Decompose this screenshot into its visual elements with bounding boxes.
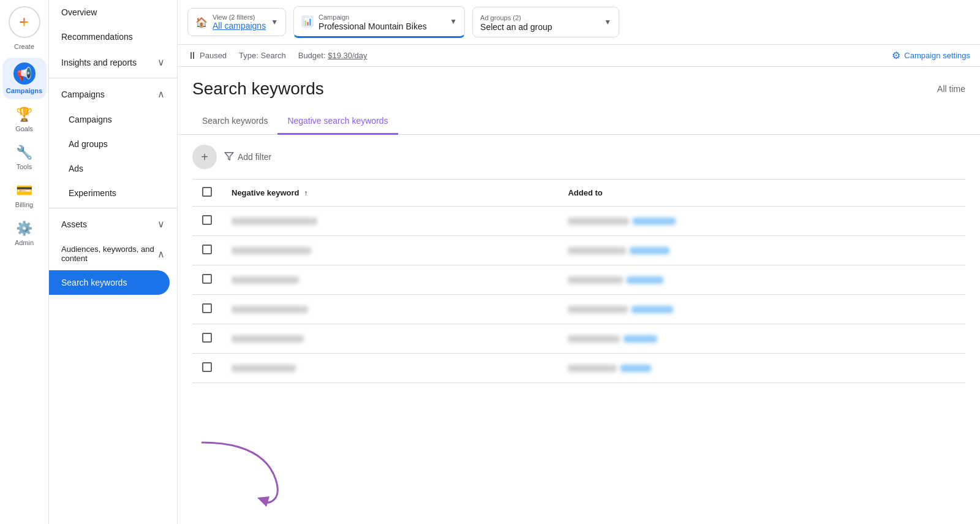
row-checkbox[interactable] [202,215,212,225]
adgroup-dropdown-label: Ad groups (2) [480,14,521,21]
view-filter-dropdown[interactable]: 🏠 View (2 filters) All campaigns ▼ [187,8,286,36]
added-text [568,247,626,254]
billing-rail-label: Billing [15,201,33,208]
sidebar-audiences[interactable]: Audiences, keywords, and content ∧ [49,237,177,270]
type-value: Search [261,51,286,60]
time-filter: All time [937,84,965,94]
row-keyword-cell [222,354,558,383]
adgroup-chevron-icon: ▼ [604,18,611,26]
view-dropdown-label: View (2 filters) [213,13,266,21]
sidebar-recommendations[interactable]: Recommendations [49,25,177,49]
row-checkbox-cell [192,295,222,324]
settings-gear-icon: ⚙ [892,50,900,61]
sub-bar: ⏸ Paused Type: Search Budget: $19.30/day… [178,45,980,67]
type-info: Type: Search [239,51,286,60]
tools-icon: 🔧 [16,145,32,161]
table-toolbar: + Add filter [178,135,980,179]
row-added-cell [558,207,965,236]
th-added-to[interactable]: Added to [558,180,965,207]
row-checkbox[interactable] [202,362,212,372]
added-text [568,306,628,313]
sidebar-overview[interactable]: Overview [49,0,177,25]
sidebar-item-billing[interactable]: 💳 Billing [2,178,47,213]
budget-info: Budget: $19.30/day [298,51,368,60]
sidebar-campaigns-sub[interactable]: Campaigns [49,107,177,132]
tools-rail-label: Tools [17,163,32,170]
sidebar-insights[interactable]: Insights and reports ∨ [49,49,177,75]
sidebar-experiments-sub[interactable]: Experiments [49,181,177,205]
adgroup-dropdown-value: Select an ad group [480,22,552,32]
page-header: Search keywords All time [178,67,980,99]
goals-icon: 🏆 [16,107,32,123]
added-text [568,335,620,343]
tab-search-keywords[interactable]: Search keywords [192,108,277,135]
view-dropdown-value: All campaigns [213,21,266,31]
chevron-down-icon-2: ∨ [157,218,165,230]
table-row [192,354,965,383]
row-keyword-cell [222,207,558,236]
campaign-dropdown-label: Campaign [318,13,349,21]
sidebar: Overview Recommendations Insights and re… [49,0,178,524]
status-text: Paused [200,51,227,60]
adgroup-dropdown-content: Ad groups (2) Select an ad group [480,12,552,32]
page-title: Search keywords [192,79,324,99]
billing-icon: 💳 [16,183,32,199]
sidebar-item-tools[interactable]: 🔧 Tools [2,140,47,175]
chevron-up-icon-2: ∧ [157,248,165,260]
add-button[interactable]: + [192,145,217,169]
admin-icon: ⚙️ [16,221,32,237]
sidebar-item-admin[interactable]: ⚙️ Admin [2,216,47,251]
filter-button[interactable]: Add filter [224,151,271,163]
header-checkbox[interactable] [202,187,212,197]
view-chevron-icon: ▼ [271,18,278,26]
table-header: Negative keyword ↑ Added to [192,180,965,207]
campaign-chevron-icon: ▼ [450,17,457,26]
th-checkbox [192,180,222,207]
row-checkbox-cell [192,207,222,236]
added-text [568,276,623,284]
campaign-dropdown[interactable]: 📊 Campaign Professional Mountain Bikes ▼ [293,6,465,38]
sidebar-item-campaigns[interactable]: 📢 Campaigns [2,58,47,99]
campaign-settings-button[interactable]: ⚙ Campaign settings [892,50,970,61]
row-added-cell [558,295,965,324]
row-checkbox[interactable] [202,303,212,313]
filter-icon [224,151,234,163]
sidebar-ads-sub[interactable]: Ads [49,156,177,181]
table-row [192,265,965,295]
budget-label: Budget: [298,51,326,60]
tab-negative-keywords[interactable]: Negative search keywords [277,108,398,135]
table-row [192,207,965,236]
chevron-up-icon: ∧ [157,88,165,100]
keyword-text [232,276,299,284]
sidebar-assets[interactable]: Assets ∨ [49,211,177,237]
th-keyword[interactable]: Negative keyword ↑ [222,180,558,207]
campaign-icon: 📊 [301,15,314,28]
row-keyword-cell [222,236,558,265]
keyword-text [232,247,311,254]
table-row [192,295,965,324]
house-icon: 🏠 [195,17,208,28]
row-added-cell [558,354,965,383]
added-text [568,218,629,225]
row-added-cell [558,236,965,265]
table-container: Negative keyword ↑ Added to [178,179,980,383]
sidebar-divider [49,78,177,78]
adgroup-dropdown[interactable]: Ad groups (2) Select an ad group ▼ [472,7,619,37]
row-checkbox[interactable] [202,245,212,254]
tabs-container: Search keywords Negative search keywords [178,108,980,135]
row-added-cell [558,265,965,295]
campaign-dropdown-value: Professional Mountain Bikes [318,21,427,31]
budget-value[interactable]: $19.30/day [328,51,367,60]
svg-marker-0 [225,153,233,160]
added-tag [631,306,673,313]
sidebar-campaigns-header[interactable]: Campaigns ∧ [49,81,177,107]
sidebar-search-keywords[interactable]: Search keywords [49,270,170,295]
sidebar-adgroups-sub[interactable]: Ad groups [49,132,177,156]
status-badge: ⏸ Paused [187,50,227,61]
create-button[interactable]: + [9,6,40,38]
row-checkbox-cell [192,236,222,265]
row-checkbox[interactable] [202,274,212,284]
row-checkbox[interactable] [202,333,212,343]
sidebar-item-goals[interactable]: 🏆 Goals [2,102,47,137]
settings-label: Campaign settings [904,51,970,60]
